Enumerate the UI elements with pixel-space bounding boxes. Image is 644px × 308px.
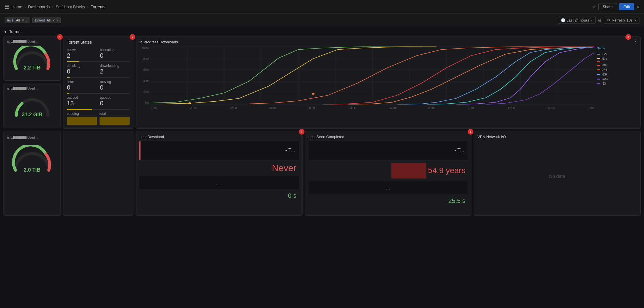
vpn-panel: VPN Network I/O No data — [474, 131, 641, 216]
legend-color-7 — [597, 83, 600, 84]
vpn-no-data-container: No data — [477, 141, 637, 212]
torrent-filter[interactable]: torrent All ✕ ∨ — [32, 18, 61, 23]
legend-label-3: ‹Bl‹ — [602, 63, 607, 67]
last-seen-title: Last Seen Completed — [309, 135, 468, 139]
state-moving-label: moving — [100, 80, 130, 84]
last-download-dots: ... — [139, 176, 299, 189]
y-40: 40% — [143, 80, 149, 83]
edit-button[interactable]: Edit — [619, 3, 634, 10]
legend-title: Name — [597, 47, 637, 50]
state-moving-value: 0 — [100, 84, 130, 91]
state-active-label: active — [67, 48, 97, 52]
legend-item-2 — [597, 61, 637, 62]
last-seen-small-value: 25.5 s — [448, 197, 465, 204]
legend-label-4: 264 — [602, 68, 607, 71]
x-0600: 06:00 — [389, 106, 396, 110]
state-allocating: allocating 0 — [100, 48, 130, 59]
torrent-filter-clear[interactable]: ✕ — [52, 18, 55, 22]
zoom-out-icon[interactable]: ⊖ — [598, 18, 602, 23]
refresh-button[interactable]: ↻ Refresh 10s ∨ — [604, 17, 640, 24]
states-bar-4-fill — [67, 109, 92, 110]
legend-color-0 — [597, 54, 600, 55]
menu-icon[interactable]: ☰ — [5, 4, 9, 10]
svg-point-17 — [188, 102, 191, 104]
level-filter[interactable]: level All ✕ ∨ — [5, 18, 30, 23]
star-icon[interactable]: ☆ — [592, 4, 596, 9]
gauge-3-title: /srv/██████ Used ... — [7, 136, 38, 139]
breadcrumb-dashboards[interactable]: Dashboards — [28, 5, 50, 9]
state-queued-label: queued — [100, 96, 130, 100]
main-content: ▼ Torrent /srv/██████ Used... 2.2 — [0, 27, 644, 218]
legend-label-7: -DI — [602, 82, 606, 85]
states-grid-3: error 0 moving 0 — [67, 80, 130, 91]
torrent-filter-value: All — [47, 18, 50, 22]
legend-color-5 — [597, 74, 600, 75]
bottom-row: /srv/██████ Used ... 2.0 TiB 4 Last Down… — [3, 131, 641, 216]
state-allocating-value: 0 — [100, 52, 130, 59]
refresh-caret: ∨ — [634, 19, 636, 22]
last-seen-big-value: 54.9 years — [428, 166, 466, 175]
last-seen-inner-text: - T... — [454, 148, 465, 154]
chart-menu-dots[interactable]: ⋮ — [633, 39, 638, 44]
state-seeding: seeding — [67, 112, 97, 125]
state-paused-label: paused — [67, 96, 97, 100]
breadcrumb-sep-1: › — [24, 5, 26, 9]
x-1400: 14:00 — [547, 106, 555, 110]
last-download-panel: 4 Last Download - T... Never ... 0 s — [136, 131, 303, 216]
refresh-icon: ↻ — [607, 18, 610, 22]
chevron-up-icon[interactable]: ∧ — [637, 5, 639, 9]
chart-badge: 3 — [625, 34, 631, 40]
legend-label-1: ‹Lig — [602, 57, 607, 60]
state-allocating-label: allocating — [100, 48, 130, 52]
time-caret-icon: ∨ — [590, 19, 592, 22]
states-bar-4 — [67, 109, 130, 110]
last-seen-bar — [391, 163, 426, 179]
chart-svg — [150, 47, 594, 104]
legend-color-6 — [597, 79, 600, 80]
vpn-no-data: No data — [549, 174, 565, 179]
breadcrumb-selfhost[interactable]: Self Host Blocks — [56, 5, 85, 9]
level-filter-name: level — [7, 18, 14, 22]
vpn-title: VPN Network I/O — [477, 135, 506, 139]
gauge-2-value: 31.2 GiB — [12, 112, 52, 118]
states-bar-1 — [67, 61, 130, 62]
state-checking-label: checking — [67, 64, 97, 68]
legend-item-6: ‹AS‹ — [597, 77, 637, 81]
x-0400: 04:00 — [349, 106, 356, 110]
x-0200: 02:00 — [309, 106, 316, 110]
legend-label-5: ‹DR — [602, 73, 608, 76]
torrent-states-panel: 2 Torrent States active 2 allocating 0 c… — [63, 36, 133, 129]
section-collapse-icon[interactable]: ▼ — [3, 29, 7, 34]
legend-item-5: ‹DR — [597, 73, 637, 76]
state-checking: checking 0 — [67, 64, 97, 75]
state-error: error 0 — [67, 80, 97, 91]
time-range-selector[interactable]: 🕐 Last 24 hours ∨ — [558, 17, 596, 24]
last-seen-small-container: 25.5 s — [309, 196, 468, 206]
section-title: Torrent — [9, 29, 22, 34]
state-moving: moving 0 — [100, 80, 130, 91]
nav-left: ☰ Home › Dashboards › Self Host Blocks ›… — [5, 4, 105, 10]
chart-area: 100% 80% 60% 40% 20% 0% — [139, 47, 637, 110]
legend-label-6: ‹AS‹ — [602, 77, 608, 81]
share-button[interactable]: Share — [598, 3, 617, 10]
seeding-total-row: seeding total — [67, 112, 130, 125]
y-0: 0% — [145, 101, 149, 104]
level-filter-caret[interactable]: ∨ — [26, 19, 28, 22]
legend-item-3: ‹Bl‹ — [597, 63, 637, 67]
gauge-2-title: /srv/██████ Used ... — [7, 87, 38, 90]
seeding-bar — [67, 117, 97, 125]
state-seeding-label: seeding — [67, 112, 97, 116]
legend-item-0: TV› — [597, 52, 637, 56]
breadcrumb-home[interactable]: Home — [11, 5, 22, 9]
state-total-label: total — [99, 112, 130, 116]
level-filter-clear[interactable]: ✕ — [22, 18, 24, 22]
torrent-filter-caret[interactable]: ∨ — [56, 19, 58, 22]
legend-item-1: ‹Lig — [597, 57, 637, 60]
states-bar-3 — [67, 93, 130, 94]
chart-title: In Progress Downloads — [139, 40, 637, 44]
legend-label-0: TV› — [602, 52, 607, 56]
gauge-panel-1: /srv/██████ Used... 2.2 TiB 1 — [3, 36, 61, 81]
states-badge: 2 — [130, 34, 135, 40]
state-downloading: downloading 2 — [100, 64, 130, 75]
state-downloading-label: downloading — [100, 64, 130, 68]
